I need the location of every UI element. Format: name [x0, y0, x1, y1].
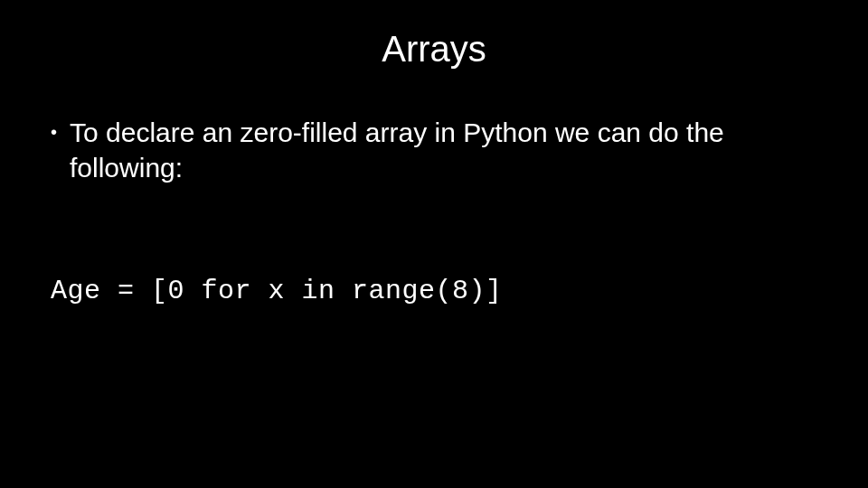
bullet-list: • To declare an zero-filled array in Pyt…: [51, 115, 832, 185]
slide-container: Arrays • To declare an zero-filled array…: [0, 0, 868, 488]
bullet-item: • To declare an zero-filled array in Pyt…: [51, 115, 832, 185]
bullet-marker: •: [51, 120, 57, 144]
code-block: Age = [0 for x in range(8)]: [51, 276, 832, 306]
slide-title: Arrays: [36, 29, 832, 70]
bullet-text: To declare an zero-filled array in Pytho…: [70, 115, 832, 185]
